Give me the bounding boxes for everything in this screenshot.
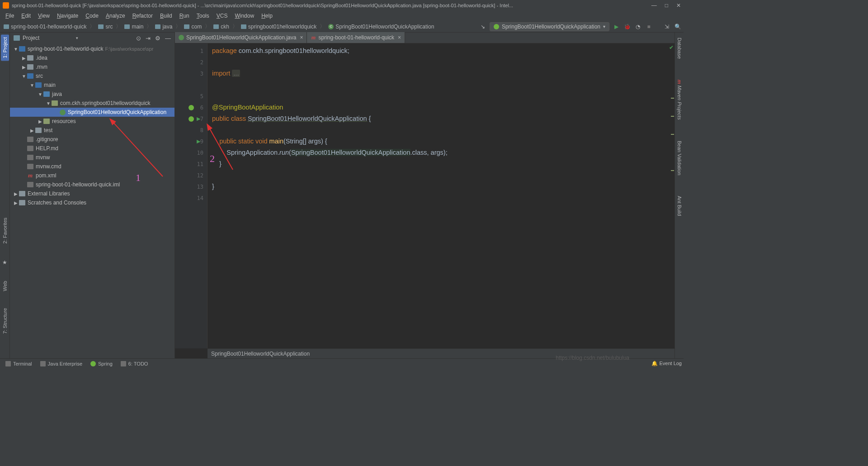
- code-editor[interactable]: package com.ckh.springboot01helloworldqu…: [208, 43, 675, 348]
- collapse-all-icon[interactable]: ⇥: [146, 35, 151, 42]
- breadcrumb-item[interactable]: ckh: [212, 23, 231, 31]
- project-tree[interactable]: ▼spring-boot-01-helloworld-quickF:\java\…: [10, 43, 175, 358]
- breadcrumb-item[interactable]: src: [96, 23, 114, 31]
- tree-node[interactable]: ▼java: [10, 90, 175, 99]
- run-configuration-selector[interactable]: SpringBoot01HelloworldQuickApplication ▾: [490, 22, 609, 31]
- scroll-from-source-icon[interactable]: ⊙: [136, 35, 141, 42]
- web-tool-button[interactable]: Web: [2, 279, 8, 293]
- tree-node[interactable]: ▶Scratches and Consoles: [10, 198, 175, 207]
- menu-navigate[interactable]: Navigate: [54, 12, 81, 20]
- tree-node[interactable]: ▶.idea: [10, 53, 175, 62]
- update-button[interactable]: ⇲: [663, 23, 671, 31]
- menu-refactor[interactable]: Refactor: [130, 12, 156, 20]
- close-tab-icon[interactable]: ×: [300, 34, 303, 41]
- gear-icon[interactable]: ⚙: [155, 35, 160, 42]
- breadcrumb-item[interactable]: springboot01helloworldquick: [239, 23, 318, 31]
- tree-node[interactable]: ▶resources: [10, 117, 175, 126]
- debug-button[interactable]: 🐞: [623, 23, 631, 31]
- menu-code[interactable]: Code: [83, 12, 101, 20]
- bottom-tab-todo[interactable]: 6: TODO: [117, 360, 152, 367]
- expand-arrow-icon[interactable]: ▼: [45, 101, 52, 106]
- editor-tab[interactable]: mspring-boot-01-helloworld-quick×: [307, 32, 405, 43]
- tree-node[interactable]: ▼spring-boot-01-helloworld-quickF:\java\…: [10, 44, 175, 53]
- expand-arrow-icon[interactable]: ▶: [37, 119, 43, 124]
- maven-tool-button[interactable]: m Maven Projects: [677, 78, 682, 121]
- maximize-button[interactable]: □: [665, 2, 668, 9]
- stop-button[interactable]: ■: [645, 23, 653, 31]
- expand-arrow-icon[interactable]: ▼: [37, 92, 43, 97]
- build-icon[interactable]: ↘: [479, 23, 487, 31]
- folded-imports[interactable]: ...: [232, 70, 240, 77]
- menu-tools[interactable]: Tools: [194, 12, 212, 20]
- tree-node[interactable]: mpom.xml: [10, 171, 175, 180]
- gutter-line[interactable]: 5: [175, 90, 207, 102]
- gutter-line[interactable]: 6: [175, 102, 207, 113]
- spring-gutter-icon[interactable]: [189, 116, 194, 122]
- event-log-button[interactable]: 🔔 Event Log: [651, 361, 682, 366]
- tree-node[interactable]: SpringBoot01HelloworldQuickApplication: [10, 108, 175, 117]
- close-button[interactable]: ✕: [676, 2, 681, 9]
- expand-arrow-icon[interactable]: ▶: [13, 191, 19, 196]
- breadcrumb-item[interactable]: spring-boot-01-helloworld-quick: [2, 23, 88, 31]
- tree-node[interactable]: .gitignore: [10, 135, 175, 144]
- tree-node[interactable]: ▼main: [10, 81, 175, 90]
- expand-arrow-icon[interactable]: ▼: [21, 74, 27, 79]
- gutter-line[interactable]: [175, 79, 207, 90]
- gutter-line[interactable]: 14: [175, 192, 207, 204]
- menu-build[interactable]: Build: [157, 12, 175, 20]
- menu-window[interactable]: Window: [232, 12, 257, 20]
- bean-validation-tool-button[interactable]: Bean Validation: [677, 139, 682, 176]
- breadcrumb-item[interactable]: java: [153, 23, 174, 31]
- gutter-line[interactable]: 3: [175, 68, 207, 79]
- panel-title[interactable]: Project: [23, 35, 73, 41]
- database-tool-button[interactable]: Database: [677, 36, 682, 60]
- marker-strip[interactable]: ✔: [670, 43, 675, 348]
- tree-node[interactable]: ▼com.ckh.springboot01helloworldquick: [10, 99, 175, 108]
- gutter-line[interactable]: 2: [175, 57, 207, 68]
- favorites-tool-button[interactable]: 2: Favorites: [2, 216, 8, 245]
- tree-node[interactable]: spring-boot-01-helloworld-quick.iml: [10, 180, 175, 189]
- tree-node[interactable]: mvnw: [10, 153, 175, 162]
- menu-view[interactable]: View: [35, 12, 52, 20]
- tree-node[interactable]: ▶External Libraries: [10, 189, 175, 198]
- tree-node[interactable]: ▶.mvn: [10, 62, 175, 71]
- expand-arrow-icon[interactable]: ▼: [29, 83, 35, 88]
- expand-arrow-icon[interactable]: ▼: [13, 47, 19, 52]
- chevron-down-icon[interactable]: ▾: [76, 36, 78, 40]
- close-tab-icon[interactable]: ×: [398, 34, 401, 41]
- project-tool-button[interactable]: 1: Project: [1, 34, 9, 61]
- menu-analyze[interactable]: Analyze: [103, 12, 128, 20]
- gutter-line[interactable]: 9▶: [175, 136, 207, 147]
- coverage-button[interactable]: ◔: [634, 23, 642, 31]
- run-gutter-icon[interactable]: ▶: [197, 138, 200, 144]
- expand-arrow-icon[interactable]: ▶: [29, 128, 35, 133]
- run-button[interactable]: ▶: [612, 23, 620, 31]
- gutter-line[interactable]: 8: [175, 124, 207, 136]
- search-icon[interactable]: 🔍: [674, 23, 682, 31]
- hide-icon[interactable]: —: [165, 35, 171, 42]
- menu-vcs[interactable]: VCS: [214, 12, 231, 20]
- run-gutter-icon[interactable]: ▶: [197, 116, 200, 122]
- tree-node[interactable]: ▼src: [10, 71, 175, 81]
- minimize-button[interactable]: —: [651, 2, 657, 9]
- ant-build-tool-button[interactable]: Ant Build: [677, 195, 682, 217]
- gutter-line[interactable]: 11: [175, 158, 207, 170]
- breadcrumb-item[interactable]: CSpringBoot01HelloworldQuickApplication: [326, 23, 436, 31]
- spring-gutter-icon[interactable]: [189, 105, 194, 110]
- breadcrumb-item[interactable]: com: [182, 23, 203, 31]
- tree-node[interactable]: ▶test: [10, 126, 175, 135]
- gutter-line[interactable]: 1: [175, 45, 207, 57]
- editor-gutter[interactable]: 123567▶89▶1011121314: [175, 43, 208, 348]
- editor-tab[interactable]: SpringBoot01HelloworldQuickApplication.j…: [175, 32, 307, 43]
- gutter-line[interactable]: 12: [175, 170, 207, 181]
- bottom-tab-terminal[interactable]: Terminal: [2, 360, 36, 367]
- expand-arrow-icon[interactable]: ▶: [21, 65, 27, 70]
- tree-node[interactable]: mvnw.cmd: [10, 162, 175, 171]
- gutter-line[interactable]: 10: [175, 147, 207, 158]
- menu-edit[interactable]: Edit: [19, 12, 33, 20]
- gutter-line[interactable]: 7▶: [175, 113, 207, 124]
- gutter-line[interactable]: 13: [175, 181, 207, 192]
- structure-tool-button[interactable]: 7: Structure: [2, 306, 8, 336]
- breadcrumb-item[interactable]: main: [123, 23, 145, 31]
- menu-run[interactable]: Run: [177, 12, 192, 20]
